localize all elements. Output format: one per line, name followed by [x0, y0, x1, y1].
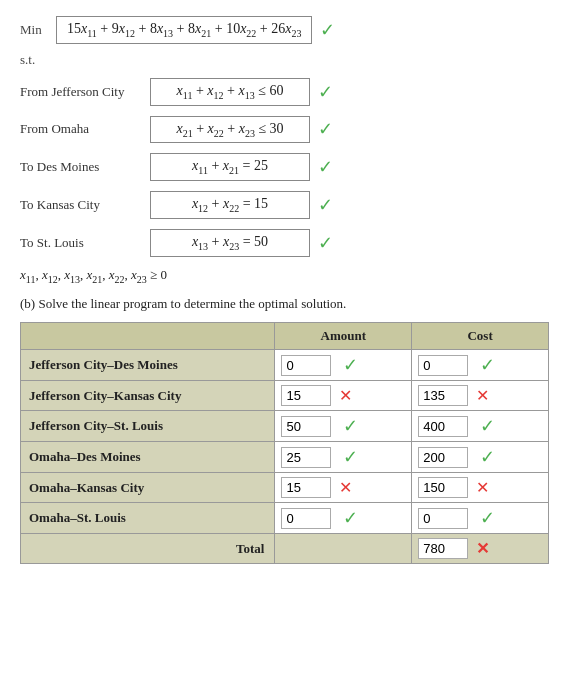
row-amount-jc-sl: ✓ — [275, 411, 412, 442]
constraint-formula-jefferson: x11 + x12 + x13 ≤ 60 — [150, 78, 310, 106]
constraint-formula-des-moines: x11 + x21 = 25 — [150, 153, 310, 181]
row-label-jc-kc: Jefferson City–Kansas City — [21, 381, 275, 411]
constraint-formula-omaha: x21 + x22 + x23 ≤ 30 — [150, 116, 310, 144]
part-b-label: (b) Solve the linear program to determin… — [20, 296, 549, 312]
total-row: Total ✕ — [21, 534, 549, 564]
st-label: s.t. — [20, 52, 549, 68]
row-label-o-kc: Omaha–Kansas City — [21, 473, 275, 503]
amount-input-o-kc[interactable] — [281, 477, 331, 498]
constraint-check-omaha: ✓ — [318, 118, 333, 140]
amount-input-jc-dm[interactable] — [281, 355, 331, 376]
non-negativity: x11, x12, x13, x21, x22, x23 ≥ 0 — [20, 267, 549, 285]
constraint-jefferson-city: From Jefferson City x11 + x12 + x13 ≤ 60… — [20, 78, 549, 106]
constraint-check-des-moines: ✓ — [318, 156, 333, 178]
table-row: Omaha–St. Louis ✓ ✓ — [21, 503, 549, 534]
cost-input-jc-kc[interactable] — [418, 385, 468, 406]
cost-input-jc-sl[interactable] — [418, 416, 468, 437]
row-label-o-sl: Omaha–St. Louis — [21, 503, 275, 534]
row-label-jc-sl: Jefferson City–St. Louis — [21, 411, 275, 442]
row-amount-o-dm: ✓ — [275, 442, 412, 473]
objective-row: Min 15x11 + 9x12 + 8x13 + 8x21 + 10x22 +… — [20, 16, 549, 44]
table-row: Jefferson City–Des Moines ✓ ✓ — [21, 350, 549, 381]
constraint-formula-st-louis: x13 + x23 = 50 — [150, 229, 310, 257]
amount-input-jc-kc[interactable] — [281, 385, 331, 406]
total-input[interactable] — [418, 538, 468, 559]
cost-input-jc-dm[interactable] — [418, 355, 468, 376]
row-cost-jc-dm: ✓ — [412, 350, 549, 381]
row-amount-o-kc: ✕ — [275, 473, 412, 503]
constraint-check-kansas: ✓ — [318, 194, 333, 216]
col-header-cost: Cost — [412, 323, 549, 350]
objective-check-icon: ✓ — [320, 19, 335, 41]
amount-input-o-sl[interactable] — [281, 508, 331, 529]
constraint-label-kansas: To Kansas City — [20, 197, 150, 213]
total-cost: ✕ — [412, 534, 549, 564]
constraint-label-des-moines: To Des Moines — [20, 159, 150, 175]
constraint-check-st-louis: ✓ — [318, 232, 333, 254]
cost-check-o-dm: ✓ — [480, 446, 495, 468]
min-label: Min — [20, 22, 56, 38]
cost-input-o-dm[interactable] — [418, 447, 468, 468]
constraint-des-moines: To Des Moines x11 + x21 = 25 ✓ — [20, 153, 549, 181]
row-cost-jc-sl: ✓ — [412, 411, 549, 442]
constraint-kansas-city: To Kansas City x12 + x22 = 15 ✓ — [20, 191, 549, 219]
cost-input-o-kc[interactable] — [418, 477, 468, 498]
cost-cross-o-kc: ✕ — [476, 478, 489, 497]
col-header-route — [21, 323, 275, 350]
table-row: Jefferson City–Kansas City ✕ ✕ — [21, 381, 549, 411]
row-label-o-dm: Omaha–Des Moines — [21, 442, 275, 473]
row-cost-o-kc: ✕ — [412, 473, 549, 503]
constraint-st-louis: To St. Louis x13 + x23 = 50 ✓ — [20, 229, 549, 257]
objective-formula: 15x11 + 9x12 + 8x13 + 8x21 + 10x22 + 26x… — [56, 16, 312, 44]
amount-cross-jc-kc: ✕ — [339, 386, 352, 405]
amount-check-o-dm: ✓ — [343, 446, 358, 468]
amount-check-jc-sl: ✓ — [343, 415, 358, 437]
amount-input-o-dm[interactable] — [281, 447, 331, 468]
constraint-label-st-louis: To St. Louis — [20, 235, 150, 251]
table-row: Jefferson City–St. Louis ✓ ✓ — [21, 411, 549, 442]
constraint-formula-kansas: x12 + x22 = 15 — [150, 191, 310, 219]
row-cost-jc-kc: ✕ — [412, 381, 549, 411]
row-label-jc-dm: Jefferson City–Des Moines — [21, 350, 275, 381]
solution-table: Amount Cost Jefferson City–Des Moines ✓ … — [20, 322, 549, 564]
row-amount-jc-kc: ✕ — [275, 381, 412, 411]
cost-input-o-sl[interactable] — [418, 508, 468, 529]
constraint-label-omaha: From Omaha — [20, 121, 150, 137]
row-amount-o-sl: ✓ — [275, 503, 412, 534]
constraint-check-jefferson: ✓ — [318, 81, 333, 103]
cost-check-jc-sl: ✓ — [480, 415, 495, 437]
constraint-omaha: From Omaha x21 + x22 + x23 ≤ 30 ✓ — [20, 116, 549, 144]
total-label: Total — [21, 534, 275, 564]
cost-check-o-sl: ✓ — [480, 507, 495, 529]
amount-check-o-sl: ✓ — [343, 507, 358, 529]
cost-cross-jc-kc: ✕ — [476, 386, 489, 405]
total-cross-icon: ✕ — [476, 539, 489, 558]
amount-cross-o-kc: ✕ — [339, 478, 352, 497]
row-cost-o-dm: ✓ — [412, 442, 549, 473]
row-amount-jc-dm: ✓ — [275, 350, 412, 381]
amount-check-jc-dm: ✓ — [343, 354, 358, 376]
amount-input-jc-sl[interactable] — [281, 416, 331, 437]
col-header-amount: Amount — [275, 323, 412, 350]
table-row: Omaha–Des Moines ✓ ✓ — [21, 442, 549, 473]
total-amount-empty — [275, 534, 412, 564]
row-cost-o-sl: ✓ — [412, 503, 549, 534]
cost-check-jc-dm: ✓ — [480, 354, 495, 376]
constraint-label-jefferson: From Jefferson City — [20, 84, 150, 100]
table-row: Omaha–Kansas City ✕ ✕ — [21, 473, 549, 503]
